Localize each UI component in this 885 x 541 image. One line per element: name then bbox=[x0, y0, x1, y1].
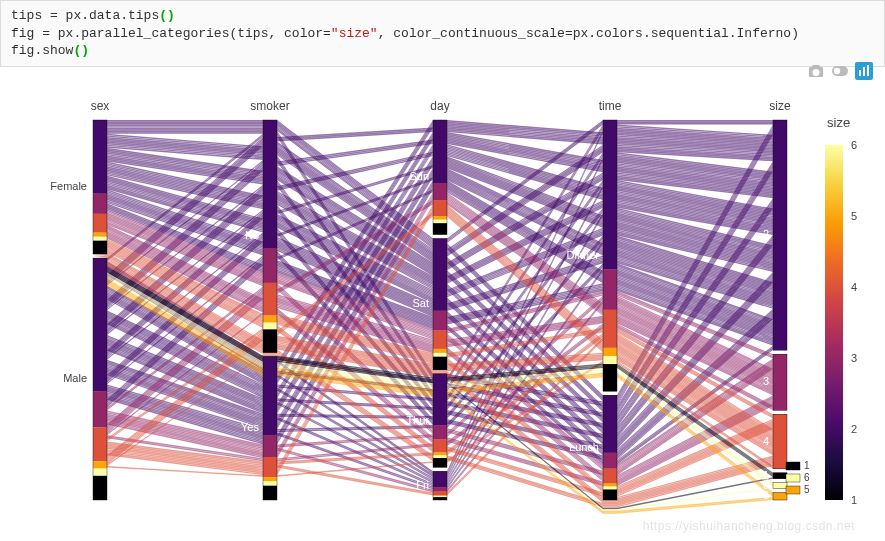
category-bar[interactable] bbox=[433, 496, 447, 497]
category-bar[interactable] bbox=[603, 483, 617, 486]
category-bar[interactable] bbox=[603, 120, 617, 269]
colorbar[interactable] bbox=[825, 145, 843, 500]
category-bar[interactable] bbox=[773, 414, 787, 469]
category-bar[interactable] bbox=[263, 248, 277, 283]
category-bar[interactable] bbox=[93, 461, 107, 468]
category-bar[interactable] bbox=[433, 471, 447, 487]
colorbar-tick: 2 bbox=[851, 423, 857, 435]
category-bar[interactable] bbox=[93, 469, 107, 476]
category-label: 4 bbox=[763, 435, 769, 447]
category-bar[interactable] bbox=[433, 120, 447, 183]
category-bar[interactable] bbox=[603, 469, 617, 484]
mini-legend: 165 bbox=[786, 460, 810, 495]
category-bar[interactable] bbox=[603, 453, 617, 469]
svg-rect-5 bbox=[867, 65, 869, 76]
category-bar[interactable] bbox=[263, 477, 277, 481]
category-bar[interactable] bbox=[773, 493, 787, 500]
category-label: Lunch bbox=[569, 441, 599, 453]
svg-rect-18 bbox=[786, 474, 800, 482]
category-bar[interactable] bbox=[433, 495, 447, 496]
code-block: tips = px.data.tips() fig = px.parallel_… bbox=[0, 0, 885, 67]
code-line-1: tips = px.data.tips() bbox=[11, 7, 874, 25]
colorbar-tick: 1 bbox=[851, 494, 857, 506]
colorbar-tick: 4 bbox=[851, 281, 857, 293]
category-bar[interactable] bbox=[433, 183, 447, 200]
category-bar[interactable] bbox=[263, 283, 277, 316]
category-bar[interactable] bbox=[433, 353, 447, 357]
category-label: Fri bbox=[416, 479, 429, 491]
category-bar[interactable] bbox=[93, 120, 107, 194]
category-bar[interactable] bbox=[433, 239, 447, 311]
category-bar[interactable] bbox=[433, 220, 447, 223]
category-bar[interactable] bbox=[603, 348, 617, 356]
category-bar[interactable] bbox=[433, 349, 447, 353]
dimension-label: size bbox=[769, 99, 791, 113]
category-bar[interactable] bbox=[773, 483, 787, 489]
category-label: 3 bbox=[763, 375, 769, 387]
category-bar[interactable] bbox=[433, 497, 447, 500]
category-bar[interactable] bbox=[603, 486, 617, 489]
plotly-logo-icon[interactable] bbox=[855, 62, 873, 80]
svg-rect-20 bbox=[786, 486, 800, 494]
category-bar[interactable] bbox=[433, 439, 447, 452]
dimension-label: sex bbox=[91, 99, 110, 113]
category-bar[interactable] bbox=[603, 364, 617, 391]
parallel-categories-chart[interactable]: sexFemaleMalesmokerNoYesdaySunSatThurFri… bbox=[10, 90, 875, 530]
category-bar[interactable] bbox=[433, 216, 447, 219]
category-bar[interactable] bbox=[603, 269, 617, 310]
category-bar[interactable] bbox=[773, 473, 787, 479]
svg-text:1: 1 bbox=[804, 460, 810, 471]
category-bar[interactable] bbox=[433, 311, 447, 331]
category-bar[interactable] bbox=[773, 120, 787, 350]
watermark: https://yishuihancheng.blog.csdn.net bbox=[643, 519, 855, 533]
code-line-2: fig = px.parallel_categories(tips, color… bbox=[11, 25, 874, 43]
category-bar[interactable] bbox=[433, 330, 447, 348]
category-bar[interactable] bbox=[433, 487, 447, 491]
toggle-icon[interactable] bbox=[831, 62, 849, 80]
category-bar[interactable] bbox=[263, 436, 277, 457]
category-bar[interactable] bbox=[433, 223, 447, 234]
category-label: Thur bbox=[406, 414, 429, 426]
category-bar[interactable] bbox=[263, 329, 277, 352]
category-bar[interactable] bbox=[433, 458, 447, 467]
category-bar[interactable] bbox=[433, 452, 447, 455]
category-bar[interactable] bbox=[263, 486, 277, 500]
category-bar[interactable] bbox=[773, 354, 787, 410]
svg-point-1 bbox=[834, 68, 840, 74]
category-bar[interactable] bbox=[263, 357, 277, 436]
category-bar[interactable] bbox=[93, 476, 107, 500]
category-bar[interactable] bbox=[93, 214, 107, 233]
category-bar[interactable] bbox=[433, 357, 447, 370]
category-bar[interactable] bbox=[433, 491, 447, 495]
category-bar[interactable] bbox=[93, 237, 107, 241]
colorbar-tick: 6 bbox=[851, 139, 857, 151]
camera-icon[interactable] bbox=[807, 62, 825, 80]
category-bar[interactable] bbox=[93, 391, 107, 427]
category-label: 2 bbox=[763, 228, 769, 240]
category-bar[interactable] bbox=[93, 427, 107, 461]
svg-rect-16 bbox=[786, 462, 800, 470]
category-bar[interactable] bbox=[603, 310, 617, 348]
category-bar[interactable] bbox=[603, 490, 617, 500]
category-bar[interactable] bbox=[433, 425, 447, 439]
category-bar[interactable] bbox=[263, 315, 277, 322]
category-bar[interactable] bbox=[93, 258, 107, 391]
category-bar[interactable] bbox=[263, 481, 277, 485]
category-bar[interactable] bbox=[263, 120, 277, 248]
category-bar[interactable] bbox=[93, 233, 107, 237]
category-label: Male bbox=[63, 372, 87, 384]
category-bar[interactable] bbox=[263, 322, 277, 329]
category-bar[interactable] bbox=[603, 395, 617, 453]
category-label: Sun bbox=[409, 170, 429, 182]
category-bar[interactable] bbox=[433, 200, 447, 216]
modebar bbox=[807, 62, 873, 80]
category-bar[interactable] bbox=[263, 457, 277, 477]
category-bar[interactable] bbox=[603, 356, 617, 364]
category-bar[interactable] bbox=[93, 241, 107, 254]
category-bar[interactable] bbox=[93, 194, 107, 214]
category-label: 5 bbox=[763, 489, 769, 501]
category-label: Sat bbox=[412, 297, 429, 309]
colorbar-tick: 5 bbox=[851, 210, 857, 222]
category-bar[interactable] bbox=[433, 455, 447, 458]
category-bar[interactable] bbox=[433, 374, 447, 425]
